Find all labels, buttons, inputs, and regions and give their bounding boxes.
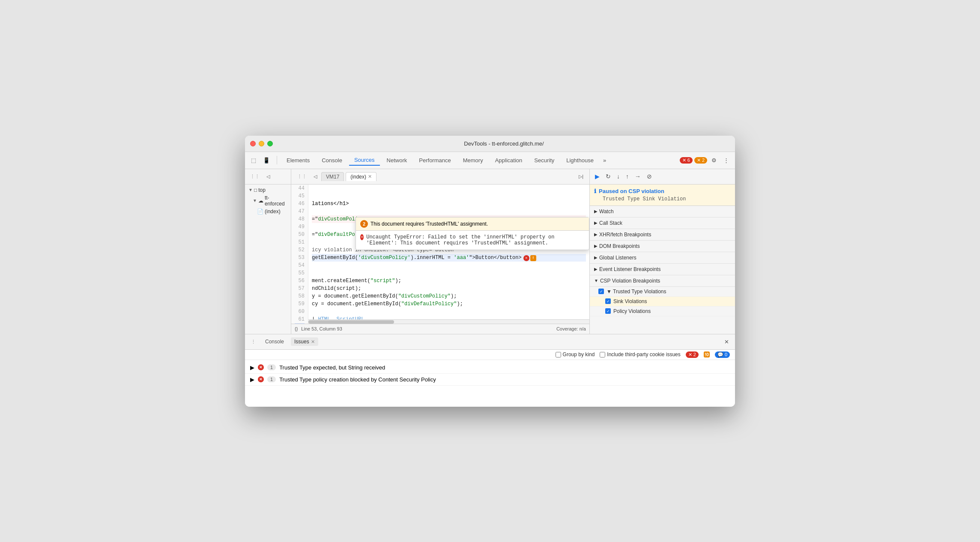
ln-59: 59	[295, 300, 305, 308]
watch-arrow-icon: ▶	[594, 209, 598, 214]
event-listener-section[interactable]: ▶ Event Listener Breakpoints	[590, 264, 735, 275]
ln-53: 53	[295, 254, 305, 262]
tab-security[interactable]: Security	[529, 155, 559, 165]
scrollbar-thumb[interactable]	[308, 320, 394, 324]
source-tab-close-icon[interactable]: ✕	[368, 174, 372, 179]
tab-memory[interactable]: Memory	[458, 155, 488, 165]
error-popup: 2 This document requires 'TrustedHTML' a…	[356, 217, 589, 250]
main-toolbar: ⬚ 📱 Elements Console Sources Network Per…	[245, 152, 735, 169]
inspect-element-button[interactable]: ⬚	[248, 155, 259, 165]
right-toolbar: ▶ ↻ ↓ ↑ → ⊘	[590, 169, 735, 185]
error-count: 6	[687, 158, 690, 163]
issues-close-icon[interactable]: ✕	[311, 339, 315, 345]
issue-item-2[interactable]: ▶ ✕ 1 Trusted Type policy creation block…	[245, 374, 735, 386]
error-badge[interactable]: ✕ 6	[680, 157, 693, 164]
code-content: 44 45 46 47 48 49 50 51 52 53 54 55 56 5…	[291, 185, 589, 324]
tab-sources[interactable]: Sources	[349, 155, 380, 166]
paused-title: ℹ Paused on CSP violation	[594, 188, 731, 194]
call-stack-section[interactable]: ▶ Call Stack	[590, 217, 735, 229]
warning-count: 2	[702, 158, 705, 163]
xhr-arrow-icon: ▶	[594, 232, 598, 237]
warning-badge[interactable]: ✕ 2	[694, 157, 707, 164]
close-bottom-panel[interactable]: ✕	[722, 337, 732, 347]
minimize-button[interactable]	[259, 141, 264, 146]
title-bar: DevTools - tt-enforced.glitch.me/	[245, 136, 735, 152]
tab-performance[interactable]: Performance	[414, 155, 456, 165]
tab-console[interactable]: Console	[317, 155, 347, 165]
dom-arrow-icon: ▶	[594, 244, 598, 248]
file-sidebar: ⋮⋮ ◁ ▼ □ top ▼ ☁ tt-enforced 📄 (index)	[245, 169, 291, 334]
sources-nav-button[interactable]: ◁	[311, 172, 320, 181]
maximize-button[interactable]	[267, 141, 273, 146]
sink-violations-item[interactable]: Sink Violations	[590, 297, 735, 307]
step-button[interactable]: →	[632, 171, 643, 182]
tree-item-index[interactable]: 📄 (index)	[245, 208, 291, 215]
code-line-45	[312, 192, 586, 200]
policy-violations-checkbox[interactable]	[605, 308, 611, 314]
status-bar: {} Line 53, Column 93 Coverage: n/a	[291, 324, 589, 334]
sidebar-collapse-button[interactable]: ◁	[264, 172, 272, 181]
resume-button[interactable]: ▶	[592, 171, 602, 182]
issues-info-badge: 💬 0	[715, 351, 730, 358]
code-line-57: ndChild(script);	[312, 285, 586, 292]
watch-section[interactable]: ▶ Watch	[590, 206, 735, 217]
csp-section[interactable]: ▼ CSP Violation Breakpoints	[590, 275, 735, 287]
step-into-button[interactable]: ↓	[614, 171, 622, 182]
right-sections: ▶ Watch ▶ Call Stack ▶ XHR/fetch Breakpo…	[590, 206, 735, 334]
xhr-breakpoints-section[interactable]: ▶ XHR/fetch Breakpoints	[590, 229, 735, 241]
issue-expand-icon-2[interactable]: ▶	[250, 376, 254, 383]
sources-more-button[interactable]: ⋮⋮	[295, 172, 309, 181]
sources-panel: ⋮⋮ ◁ VM17 (index) ✕ ▷| 44 45 46	[291, 169, 589, 334]
issue-error-badge-2: ✕	[258, 376, 264, 382]
third-party-label[interactable]: Include third-party cookie issues	[600, 351, 680, 357]
tab-issues-label: Issues	[294, 339, 309, 345]
tab-issues-bottom[interactable]: Issues ✕	[291, 337, 318, 346]
issue-expand-icon-1[interactable]: ▶	[250, 364, 254, 371]
tab-elements[interactable]: Elements	[281, 155, 315, 165]
close-button[interactable]	[250, 141, 256, 146]
csp-label: CSP Violation Breakpoints	[600, 278, 660, 284]
more-options-button[interactable]: ⋮	[721, 155, 732, 165]
tab-lighthouse[interactable]: Lighthouse	[561, 155, 599, 165]
trusted-type-violations-item[interactable]: ▼ Trusted Type Violations	[590, 287, 735, 297]
issue-item-1[interactable]: ▶ ✕ 1 Trusted Type expected, but String …	[245, 362, 735, 374]
sidebar-more-button[interactable]: ⋮⋮	[248, 172, 262, 181]
tab-console-bottom[interactable]: Console	[262, 337, 287, 346]
code-line-56: ment.createElement("script");	[312, 277, 586, 285]
bottom-more-button[interactable]: ⋮	[248, 337, 258, 346]
group-by-kind-label[interactable]: Group by kind	[556, 351, 595, 357]
tab-application[interactable]: Application	[490, 155, 528, 165]
tree-item-top[interactable]: ▼ □ top	[245, 186, 291, 194]
settings-button[interactable]: ⚙	[709, 155, 719, 165]
tree-item-tt-enforced[interactable]: ▼ ☁ tt-enforced	[245, 194, 291, 208]
deactivate-button[interactable]: ⊘	[644, 171, 654, 182]
dom-breakpoints-section[interactable]: ▶ DOM Breakpoints	[590, 241, 735, 252]
code-area[interactable]: 44 45 46 47 48 49 50 51 52 53 54 55 56 5…	[291, 185, 589, 324]
trusted-type-checkbox[interactable]	[598, 289, 604, 294]
source-tab-index[interactable]: (index) ✕	[346, 172, 376, 181]
group-by-kind-checkbox[interactable]	[556, 352, 561, 357]
policy-violations-item[interactable]: Policy Violations	[590, 307, 735, 316]
code-scrollbar[interactable]	[308, 319, 589, 324]
sink-violations-checkbox[interactable]	[605, 298, 611, 304]
popup-line1: This document requires 'TrustedHTML' ass…	[370, 221, 488, 227]
step-over-button[interactable]: ↻	[603, 171, 613, 182]
source-tab-vm17[interactable]: VM17	[321, 172, 344, 181]
tree-label-tt: tt-enforced	[265, 195, 289, 207]
more-tabs-button[interactable]: »	[601, 155, 609, 165]
code-line-44	[312, 185, 586, 192]
cloud-icon: ☁	[258, 198, 263, 204]
device-toggle-button[interactable]: 📱	[260, 155, 272, 165]
line-numbers: 44 45 46 47 48 49 50 51 52 53 54 55 56 5…	[291, 185, 308, 324]
right-panel: ▶ ↻ ↓ ↑ → ⊘ ℹ Paused on CSP violation Tr…	[589, 169, 735, 334]
step-out-button[interactable]: ↑	[623, 171, 631, 182]
ln-47: 47	[295, 208, 305, 215]
global-listeners-section[interactable]: ▶ Global Listeners	[590, 252, 735, 264]
ln-45: 45	[295, 192, 305, 200]
source-tab-vm17-label: VM17	[326, 174, 339, 180]
global-arrow-icon: ▶	[594, 255, 598, 260]
event-label: Event Listener Breakpoints	[599, 266, 660, 272]
format-button[interactable]: ▷|	[576, 172, 586, 181]
third-party-checkbox[interactable]	[600, 352, 605, 357]
tab-network[interactable]: Network	[382, 155, 412, 165]
